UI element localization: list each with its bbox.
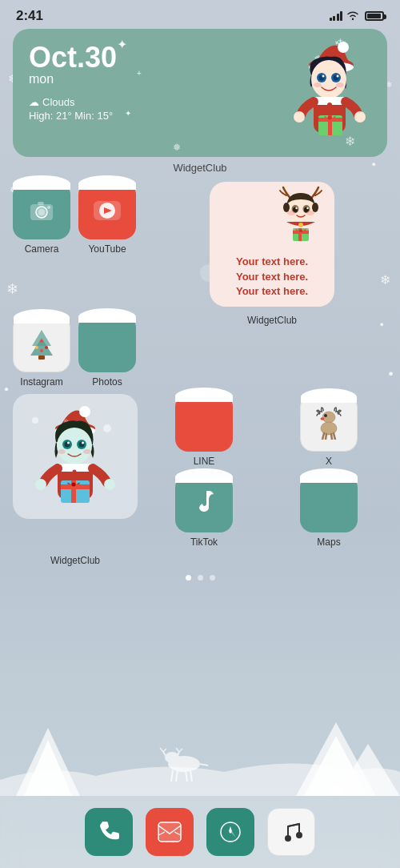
dock-music[interactable] — [267, 808, 315, 856]
sparkle-deco: ✦ — [125, 109, 131, 118]
x-app[interactable]: X — [270, 394, 387, 467]
widget-large-label: WidgetClub — [13, 162, 387, 174]
widget-character — [275, 29, 379, 157]
svg-point-36 — [306, 207, 308, 209]
svg-point-41 — [298, 223, 303, 227]
svg-point-66 — [82, 442, 84, 444]
snow-cap — [78, 175, 136, 190]
app-row-1: Camera YouTube — [13, 182, 387, 307]
svg-line-82 — [331, 434, 332, 440]
camera-symbol — [27, 196, 56, 225]
widget-small-char — [269, 183, 333, 247]
svg-point-4 — [311, 60, 346, 98]
svg-point-37 — [287, 211, 295, 215]
widgetclub-bottom-label: WidgetClub — [50, 555, 100, 566]
winter-scene — [0, 700, 400, 796]
weather-label: Clouds — [42, 96, 74, 108]
instagram-label: Instagram — [20, 376, 62, 388]
widget-small-text: Your text here. Your text here. Your tex… — [218, 255, 326, 299]
photos-icon-bg — [78, 315, 136, 372]
tiktok-label: TikTok — [190, 536, 218, 548]
maps-label: Maps — [317, 536, 340, 548]
bottom-char-widget[interactable]: ❄ — [13, 394, 138, 519]
dock-phone[interactable] — [85, 808, 133, 856]
svg-point-21 — [328, 115, 332, 119]
camera-app[interactable]: Camera — [13, 182, 70, 255]
line-app[interactable]: LINE — [146, 394, 262, 467]
svg-line-97 — [163, 749, 166, 752]
youtube-symbol — [92, 199, 122, 222]
youtube-app[interactable]: YouTube — [78, 182, 136, 255]
tiktok-symbol — [191, 489, 217, 518]
app-row-2: Instagram Photos WidgetClub — [13, 315, 387, 388]
large-widget[interactable]: ✦ + ✦ ❄ ❅ ❄ ❅ Oct.30 mon ☁ Clouds High: … — [13, 29, 387, 157]
page-dot-2[interactable] — [198, 575, 203, 581]
svg-line-83 — [334, 433, 335, 440]
main-content: ✦ + ✦ ❄ ❅ ❄ ❅ Oct.30 mon ☁ Clouds High: … — [0, 29, 400, 581]
page-dot-3[interactable] — [210, 575, 215, 581]
tiktok-icon-bg — [175, 475, 233, 532]
tiktok-app[interactable]: TikTok — [146, 475, 262, 548]
battery-icon — [365, 11, 384, 21]
svg-point-50 — [35, 346, 38, 349]
svg-point-67 — [58, 449, 66, 454]
instagram-app[interactable]: Instagram — [13, 315, 70, 388]
svg-rect-48 — [38, 356, 45, 360]
svg-point-2 — [338, 42, 349, 53]
svg-point-73 — [104, 479, 115, 490]
weather-icon: ☁ — [29, 96, 39, 108]
svg-point-10 — [337, 74, 339, 77]
page-dot-1[interactable] — [186, 575, 191, 581]
svg-point-57 — [79, 406, 90, 417]
svg-point-24 — [38, 209, 45, 215]
svg-point-38 — [306, 211, 314, 215]
instagram-symbol — [27, 327, 56, 360]
svg-point-72 — [35, 479, 46, 490]
svg-point-60 — [57, 428, 92, 464]
dock-mail[interactable] — [146, 808, 194, 856]
spacer — [146, 553, 387, 567]
svg-point-112 — [296, 832, 302, 838]
svg-point-77 — [72, 483, 76, 487]
photos-label: Photos — [92, 376, 122, 388]
maps-app[interactable]: Maps — [270, 475, 387, 548]
photos-app[interactable]: Photos — [78, 315, 136, 388]
widgetclub-label: WidgetClub — [210, 315, 334, 326]
dock-safari[interactable] — [206, 808, 254, 856]
svg-line-80 — [322, 433, 324, 440]
bottom-char-label: WidgetClub — [13, 553, 138, 567]
status-bar: 2:41 — [0, 0, 400, 29]
svg-line-96 — [160, 748, 163, 752]
bottom-widget-section: ❄ — [13, 394, 387, 548]
page-dots — [13, 575, 387, 581]
svg-point-53 — [32, 417, 38, 424]
widgetclub-small-widget[interactable]: Your text here. Your text here. Your tex… — [210, 182, 334, 307]
x-icon-bg — [300, 394, 358, 452]
bottom-icon-grid: LINE — [146, 394, 387, 548]
camera-label: Camera — [25, 243, 59, 255]
svg-point-35 — [295, 207, 297, 209]
svg-point-54 — [103, 424, 111, 432]
snow-deco: ❅ — [173, 142, 181, 153]
snow-cap — [13, 175, 70, 190]
line-icon-bg — [175, 394, 233, 452]
youtube-icon-bg — [78, 182, 136, 239]
svg-point-111 — [285, 835, 291, 842]
svg-point-12 — [336, 82, 344, 87]
svg-point-26 — [47, 206, 50, 209]
bottom-widget-char-svg: ❄ — [19, 400, 131, 512]
svg-line-110 — [288, 824, 299, 826]
sparkle-deco: ✦ — [117, 37, 127, 52]
dock — [0, 796, 400, 868]
sparkle-deco: + — [137, 69, 142, 78]
svg-point-39 — [283, 203, 290, 212]
camera-icon-bg — [13, 182, 70, 239]
svg-point-71 — [73, 470, 77, 474]
widgetclub-small-label: WidgetClub — [210, 315, 334, 326]
svg-point-85 — [321, 417, 325, 420]
phone-icon — [97, 820, 121, 844]
svg-line-105 — [200, 764, 208, 766]
svg-point-40 — [312, 203, 318, 212]
instagram-icon-bg — [13, 315, 70, 372]
svg-point-52 — [40, 349, 43, 352]
